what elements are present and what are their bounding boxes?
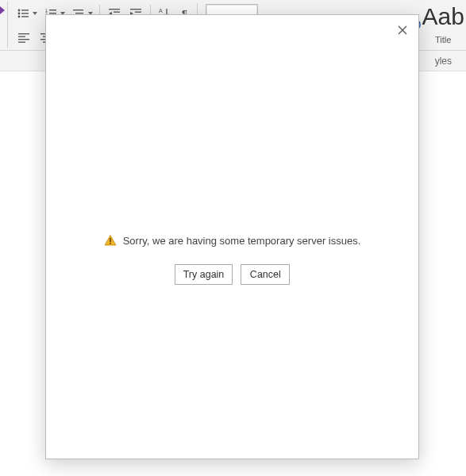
style-item-title[interactable]: Aab Title <box>421 4 465 47</box>
error-message-text: Sorry, we are having some temporary serv… <box>123 235 361 247</box>
style-name-label: Title <box>435 35 451 44</box>
svg-point-2 <box>18 13 21 15</box>
dropdown-caret-icon <box>33 12 37 15</box>
svg-rect-30 <box>18 39 29 40</box>
svg-rect-17 <box>114 12 120 13</box>
svg-rect-1 <box>21 10 29 10</box>
svg-point-0 <box>18 10 21 12</box>
ribbon-left-edge <box>0 2 8 48</box>
svg-rect-7 <box>49 10 56 10</box>
bullets-icon <box>17 7 29 20</box>
svg-point-4 <box>18 16 21 18</box>
style-sample-text: Aab <box>422 6 464 32</box>
svg-rect-20 <box>130 9 141 10</box>
svg-rect-28 <box>18 33 29 34</box>
svg-rect-37 <box>110 238 111 242</box>
svg-rect-5 <box>21 16 29 17</box>
styles-group-label: yles <box>435 56 452 67</box>
close-icon <box>398 25 407 35</box>
svg-rect-31 <box>18 42 25 43</box>
align-left-icon <box>17 31 30 44</box>
warning-icon <box>104 234 117 247</box>
svg-rect-38 <box>110 243 111 244</box>
cancel-button[interactable]: Cancel <box>241 264 290 285</box>
ribbon-collapsed-marker-icon <box>0 6 5 14</box>
svg-rect-29 <box>18 36 25 37</box>
try-again-button[interactable]: Try again <box>175 264 233 285</box>
svg-text:A: A <box>159 8 163 13</box>
bullets-button[interactable] <box>13 4 40 23</box>
align-left-button[interactable] <box>13 28 35 47</box>
close-button[interactable] <box>391 20 414 40</box>
svg-rect-22 <box>135 12 141 13</box>
svg-rect-15 <box>109 9 120 10</box>
svg-rect-3 <box>21 13 29 13</box>
svg-rect-12 <box>73 10 83 10</box>
server-error-dialog: Sorry, we are having some temporary serv… <box>45 14 419 459</box>
